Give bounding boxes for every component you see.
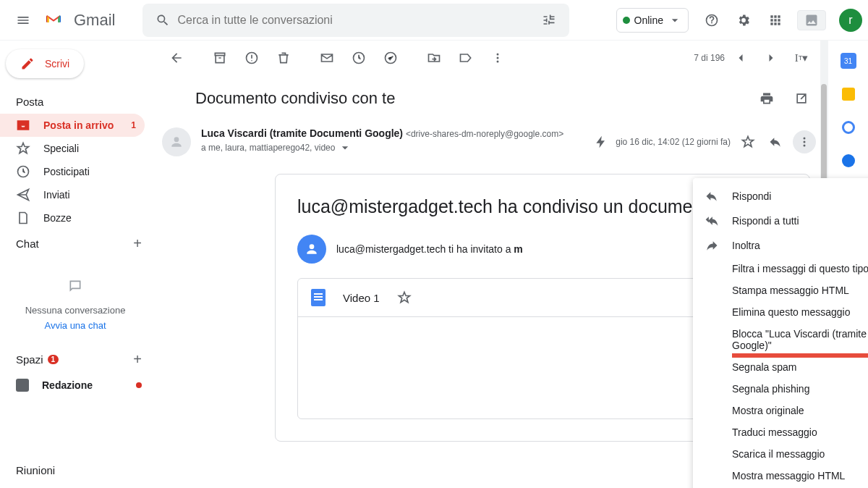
email-subject-row: Documento condiviso con te bbox=[150, 75, 827, 122]
settings-button[interactable] bbox=[729, 6, 758, 35]
nav-item-send[interactable]: Inviati bbox=[0, 183, 145, 206]
menu-item[interactable]: Inoltra bbox=[693, 233, 868, 258]
spazi-badge: 1 bbox=[48, 355, 59, 364]
pencil-icon bbox=[20, 56, 35, 71]
chat-icon bbox=[7, 272, 143, 299]
inviter-text: luca@mistergadget.tech ti ha invitato a … bbox=[336, 243, 523, 255]
section-posta[interactable]: Posta bbox=[0, 90, 150, 114]
nav-item-draft[interactable]: Bozze bbox=[0, 206, 145, 230]
reply-button[interactable] bbox=[765, 132, 786, 152]
new-space-button[interactable]: + bbox=[133, 351, 142, 368]
gmail-logo-text: Gmail bbox=[74, 11, 115, 30]
contacts-app-button[interactable] bbox=[840, 152, 857, 169]
delete-button[interactable] bbox=[269, 43, 298, 72]
status-badge[interactable]: Online bbox=[616, 8, 689, 33]
menu-item[interactable]: Scarica il messaggio bbox=[693, 443, 868, 465]
document-icon bbox=[311, 289, 326, 306]
menu-item[interactable]: Mostra originale bbox=[693, 400, 868, 421]
sender-name: Luca Viscardi (tramite Documenti Google) bbox=[201, 127, 403, 139]
section-spazi[interactable]: Spazi1 + bbox=[0, 345, 150, 374]
star-icon bbox=[16, 141, 30, 156]
search-input[interactable] bbox=[177, 14, 535, 27]
tasks-app-button[interactable] bbox=[840, 119, 857, 136]
menu-item[interactable]: Rispondi a tutti bbox=[693, 209, 868, 233]
menu-item[interactable]: Segnala phishing bbox=[693, 378, 868, 400]
main-content: 7 di 196 IT ▾ Documento condiviso con te bbox=[150, 41, 868, 488]
input-tools-button[interactable]: IT ▾ bbox=[787, 43, 816, 72]
menu-item[interactable]: Filtra i messaggi di questo tipo bbox=[693, 258, 868, 279]
next-button[interactable] bbox=[757, 43, 786, 72]
svg-point-5 bbox=[497, 57, 499, 59]
menu-item[interactable]: Segnala spam bbox=[693, 356, 868, 378]
space-icon bbox=[16, 379, 29, 392]
section-chat[interactable]: Chat+ bbox=[0, 230, 150, 258]
star-button[interactable] bbox=[738, 132, 758, 152]
labels-button[interactable] bbox=[451, 43, 480, 72]
more-button[interactable] bbox=[483, 43, 512, 72]
nav-item-inbox[interactable]: Posta in arrivo1 bbox=[0, 114, 145, 137]
menu-item[interactable]: Traduci messaggio bbox=[693, 421, 868, 443]
start-chat-link[interactable]: Avvia una chat bbox=[7, 320, 143, 331]
space-label: Redazione bbox=[42, 379, 93, 391]
calendar-app-button[interactable]: 31 bbox=[840, 52, 857, 70]
mail-toolbar: 7 di 196 IT ▾ bbox=[150, 41, 827, 75]
app-header: Gmail Online r bbox=[0, 0, 868, 41]
reply-icon bbox=[705, 189, 719, 203]
help-button[interactable] bbox=[697, 6, 726, 35]
mark-unread-button[interactable] bbox=[312, 43, 341, 72]
recipients[interactable]: a me, laura, mattiaperego42, video bbox=[201, 140, 584, 155]
message-context-menu: RispondiRispondi a tuttiInoltraFiltra i … bbox=[693, 178, 868, 488]
email-subject: Documento condiviso con te bbox=[195, 89, 395, 108]
sender-email: <drive-shares-dm-noreply@google.com> bbox=[406, 129, 563, 139]
menu-item[interactable]: Mostra messaggio HTML bbox=[693, 465, 868, 487]
sender-avatar bbox=[162, 127, 191, 156]
message-header: Luca Viscardi (tramite Documenti Google)… bbox=[150, 122, 827, 162]
spam-button[interactable] bbox=[237, 43, 266, 72]
search-icon[interactable] bbox=[148, 13, 177, 28]
apps-button[interactable] bbox=[761, 6, 790, 35]
add-task-button[interactable] bbox=[376, 43, 405, 72]
inbox-icon bbox=[16, 118, 30, 132]
sidebar: Scrivi Posta Posta in arrivo1SpecialiPos… bbox=[0, 41, 150, 488]
account-avatar[interactable]: r bbox=[839, 9, 862, 32]
menu-item[interactable]: Stampa messaggio HTML bbox=[693, 279, 868, 301]
keep-app-button[interactable] bbox=[840, 85, 857, 103]
chevron-down-icon bbox=[668, 13, 682, 28]
chevron-down-icon bbox=[338, 140, 352, 155]
space-item-redazione[interactable]: Redazione bbox=[0, 374, 150, 397]
back-button[interactable] bbox=[162, 43, 191, 72]
search-options-icon[interactable] bbox=[535, 13, 563, 28]
message-more-button[interactable] bbox=[793, 130, 816, 153]
status-dot-icon bbox=[623, 17, 630, 24]
gmail-logo[interactable]: Gmail bbox=[41, 11, 121, 30]
prev-button[interactable] bbox=[726, 43, 755, 72]
menu-item[interactable]: Elimina questo messaggio bbox=[693, 301, 868, 323]
snooze-button[interactable] bbox=[344, 43, 373, 72]
section-riunioni[interactable]: Riunioni bbox=[0, 458, 64, 482]
compose-button[interactable]: Scrivi bbox=[6, 49, 84, 78]
print-button[interactable] bbox=[752, 84, 781, 113]
star-icon[interactable] bbox=[397, 290, 412, 305]
search-bar[interactable] bbox=[142, 4, 569, 37]
chat-empty-state: Nessuna conversazione Avvia una chat bbox=[0, 258, 150, 345]
clock-icon bbox=[16, 164, 30, 179]
new-chat-button[interactable]: + bbox=[133, 235, 142, 252]
message-date: gio 16 dic, 14:02 (12 giorni fa) bbox=[616, 137, 731, 147]
open-new-window-button[interactable] bbox=[787, 84, 816, 113]
gmail-logo-icon bbox=[46, 12, 69, 29]
nav-item-star[interactable]: Speciali bbox=[0, 137, 145, 160]
inviter-avatar bbox=[297, 235, 326, 264]
svg-point-4 bbox=[497, 54, 499, 56]
menu-item[interactable]: Blocca "Luca Viscardi (tramite Documenti… bbox=[693, 323, 868, 356]
reply-all-icon bbox=[705, 214, 719, 228]
move-button[interactable] bbox=[420, 43, 448, 72]
menu-item[interactable]: Rispondi bbox=[693, 184, 868, 209]
archive-button[interactable] bbox=[205, 43, 234, 72]
svg-point-6 bbox=[497, 61, 499, 63]
svg-point-7 bbox=[804, 138, 806, 140]
svg-point-9 bbox=[804, 145, 806, 147]
main-menu-button[interactable] bbox=[6, 3, 41, 38]
bolt-icon bbox=[594, 135, 608, 149]
org-logo-placeholder bbox=[797, 10, 826, 30]
nav-item-clock[interactable]: Posticipati bbox=[0, 160, 145, 183]
